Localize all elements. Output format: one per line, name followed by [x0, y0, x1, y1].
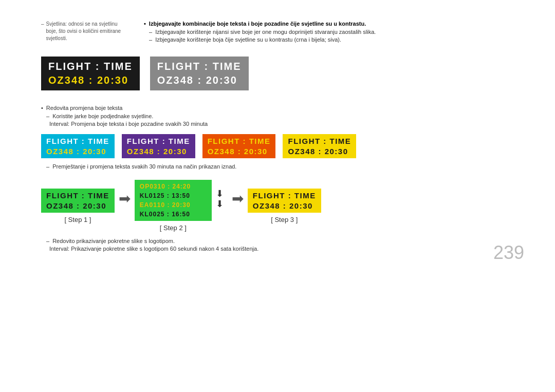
- multicolor-display-row: FLIGHT : TIME OZ348 : 20:30 FLIGHT : TIM…: [41, 134, 514, 158]
- display-orange-box: FLIGHT : TIME OZ348 : 20:30: [202, 134, 276, 158]
- display-black-box: FLIGHT : TIME OZ348 : 20:30: [41, 57, 140, 90]
- bottom-text1: Redovito prikazivanje pokretne slike s l…: [52, 238, 175, 244]
- step1-block: FLIGHT : TIME OZ348 : 20:30 [ Step 1 ]: [41, 189, 115, 223]
- step1-label: [ Step 1 ]: [64, 216, 91, 223]
- bottom-text2: Interval: Prikazivanje pokretne slike s …: [49, 246, 258, 252]
- display-black-row2: OZ348 : 20:30: [48, 74, 133, 86]
- note-premjestanje: – Premještanje i promjena teksta svakih …: [41, 163, 514, 170]
- display-cyan-row1: FLIGHT : TIME: [46, 137, 109, 145]
- main-notes: • Izbjegavajte kombinacije boje teksta i…: [144, 21, 514, 44]
- bullet-s2-icon: •: [41, 105, 43, 111]
- bullet-note-1: • Izbjegavajte kombinacije boje teksta i…: [144, 21, 514, 27]
- display-purple-box: FLIGHT : TIME OZ348 : 20:30: [122, 134, 195, 158]
- display-gray-row2: OZ348 : 20:30: [157, 74, 242, 86]
- bullet-1-icon: •: [144, 21, 146, 27]
- note-premjestanje-text: Premještanje i promjena teksta svakih 30…: [52, 163, 236, 170]
- page-number: 239: [493, 242, 524, 264]
- display-black-row1: FLIGHT : TIME: [48, 61, 133, 72]
- dash-1-icon: –: [149, 29, 152, 35]
- dash-s2-text1: Koristite jarke boje podjednake svjetlin…: [52, 113, 153, 119]
- dash-s2-2: Interval: Promjena boje teksta i boje po…: [41, 121, 514, 127]
- bottom-dash-icon: –: [46, 238, 49, 244]
- dash-2-icon: –: [149, 36, 152, 43]
- arrow-down-1-icon: ⬇: [216, 189, 224, 198]
- display-yellow-row2: OZ348 : 20:30: [288, 147, 351, 156]
- display-cyan-box: FLIGHT : TIME OZ348 : 20:30: [41, 134, 115, 158]
- step2-label: [ Step 2 ]: [160, 224, 187, 232]
- display-gray-box: FLIGHT : TIME OZ348 : 20:30: [150, 57, 249, 90]
- display-orange-row2: OZ348 : 20:30: [208, 147, 271, 156]
- dash-s2-icon: –: [46, 113, 49, 119]
- side-note: – Svjetlina: odnosi se na svjetlinu boje…: [41, 21, 123, 44]
- display-purple-row1: FLIGHT : TIME: [127, 137, 190, 145]
- dash-s2-text2: Interval: Promjena boje teksta i boje po…: [49, 121, 208, 127]
- side-note-text: Svjetlina: odnosi se na svjetlinu boje, …: [46, 21, 123, 42]
- step1-row2: OZ348 : 20:30: [46, 201, 109, 210]
- dash-note-2: – Izbjegavajte korištenje boja čije svje…: [144, 36, 514, 43]
- step3-row2: OZ348 : 20:30: [253, 201, 316, 210]
- dash-2-text: Izbjegavajte korištenje boja čije svjetl…: [155, 36, 341, 43]
- dash-s2-1: – Koristite jarke boje podjednake svjetl…: [41, 113, 514, 119]
- arrow-3-icon: ➡: [232, 190, 244, 207]
- arrow-down-2-icon: ⬇: [216, 199, 224, 209]
- side-note-dash: –: [41, 21, 44, 42]
- bottom-note-1: – Redovito prikazivanje pokretne slike s…: [41, 238, 514, 244]
- top-notes-section: – Svjetlina: odnosi se na svjetlinu boje…: [41, 21, 514, 44]
- display-cyan-row2: OZ348 : 20:30: [46, 147, 109, 156]
- display-purple-row2: OZ348 : 20:30: [127, 147, 190, 156]
- step3-block: FLIGHT : TIME OZ348 : 20:30 [ Step 3 ]: [248, 189, 321, 223]
- dash-note-1: – Izbjegavajte korištenje nijansi sive b…: [144, 29, 514, 35]
- dash-1-text: Izbjegavajte korištenje nijansi sive boj…: [155, 29, 376, 35]
- step2-block: OP0310 : 24:20 KL0125 : 13:50 EA0110 : 2…: [135, 180, 212, 232]
- bottom-note-2: Interval: Prikazivanje pokretne slike s …: [41, 246, 514, 252]
- step2-row3: KL0025 : 16:50: [140, 210, 207, 219]
- step2-display: OP0310 : 24:20 KL0125 : 13:50 EA0110 : 2…: [135, 180, 212, 221]
- bullet-s2-text: Redovita promjena boje teksta: [46, 105, 123, 111]
- bullet-s2-1: • Redovita promjena boje teksta: [41, 105, 514, 111]
- note-premjestanje-dash: –: [46, 163, 49, 170]
- step2-row0: OP0310 : 24:20: [140, 182, 207, 191]
- step3-display: FLIGHT : TIME OZ348 : 20:30: [248, 189, 321, 213]
- display-orange-row1: FLIGHT : TIME: [208, 137, 271, 145]
- display-yellow-row1: FLIGHT : TIME: [288, 137, 351, 145]
- step3-row1: FLIGHT : TIME: [253, 191, 316, 200]
- top-display-section: FLIGHT : TIME OZ348 : 20:30 FLIGHT : TIM…: [41, 57, 514, 90]
- display-yellow-box: FLIGHT : TIME OZ348 : 20:30: [283, 134, 356, 158]
- step1-display: FLIGHT : TIME OZ348 : 20:30: [41, 189, 115, 213]
- arrow-2-container: ⬇ ⬇: [216, 189, 224, 209]
- step1-row1: FLIGHT : TIME: [46, 191, 109, 200]
- step3-label: [ Step 3 ]: [271, 216, 298, 223]
- section2-notes: • Redovita promjena boje teksta – Korist…: [41, 105, 514, 127]
- arrow-1-icon: ➡: [119, 190, 131, 207]
- step2-row2: EA0110 : 20:30: [140, 200, 207, 210]
- bullet-1-text: Izbjegavajte kombinacije boje teksta i b…: [149, 21, 366, 27]
- display-gray-row1: FLIGHT : TIME: [157, 61, 242, 72]
- steps-section: FLIGHT : TIME OZ348 : 20:30 [ Step 1 ] ➡…: [41, 180, 514, 232]
- page-container: – Svjetlina: odnosi se na svjetlinu boje…: [0, 0, 555, 274]
- bottom-notes: – Redovito prikazivanje pokretne slike s…: [41, 238, 514, 252]
- step2-row1: KL0125 : 13:50: [140, 191, 207, 200]
